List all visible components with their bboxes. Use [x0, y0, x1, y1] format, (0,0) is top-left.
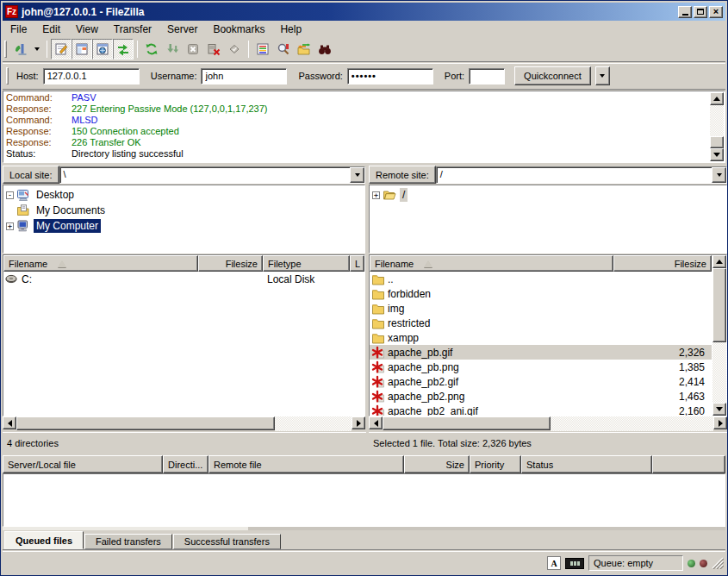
menu-transfer[interactable]: Transfer: [106, 22, 159, 37]
remote-file-row[interactable]: apache_pb2_ani.gif 2,160: [370, 404, 712, 416]
filter-button[interactable]: [252, 39, 273, 59]
toolbar-separator: [137, 41, 138, 58]
arrow-up-icon: [716, 260, 723, 264]
column-header-filesize[interactable]: Filesize: [198, 255, 263, 272]
tree-item-label: My Computer: [34, 219, 101, 233]
status-bar: A Queue: empty: [3, 551, 725, 574]
scroll-right-button[interactable]: [713, 416, 727, 429]
menu-view[interactable]: View: [68, 22, 106, 37]
column-header-size[interactable]: Size: [404, 455, 470, 473]
local-site-dropdown[interactable]: [350, 167, 364, 183]
scroll-thumb[interactable]: [710, 136, 724, 148]
expand-toggle[interactable]: +: [372, 191, 380, 199]
menu-help[interactable]: Help: [272, 22, 309, 37]
scroll-track[interactable]: [712, 342, 726, 403]
toggle-queue-button[interactable]: [113, 39, 134, 59]
expand-toggle[interactable]: +: [6, 222, 14, 230]
file-name: forbidden: [388, 288, 431, 300]
remote-file-row-selected[interactable]: apache_pb.gif 2,326: [370, 345, 712, 360]
scroll-thumb[interactable]: [383, 416, 551, 430]
tree-item-desktop[interactable]: - Desktop: [3, 187, 364, 203]
host-input[interactable]: [43, 68, 140, 85]
column-header-status[interactable]: Status: [521, 455, 652, 473]
column-header-filetype[interactable]: Filetype: [263, 255, 350, 272]
tab-successful-transfers[interactable]: Successful transfers: [173, 534, 281, 549]
arrow-right-icon: [357, 420, 361, 427]
site-manager-dropdown[interactable]: [31, 39, 43, 59]
remote-file-row[interactable]: apache_pb2.png 1,463: [370, 389, 712, 404]
disconnect-button[interactable]: [203, 39, 224, 59]
tree-item-my-documents[interactable]: My Documents: [3, 203, 364, 218]
menu-file[interactable]: File: [3, 22, 34, 37]
scroll-right-button[interactable]: [352, 416, 365, 429]
local-site-value: \: [60, 167, 350, 183]
resize-grip[interactable]: [712, 557, 724, 569]
toolbar-gripper[interactable]: [4, 41, 7, 58]
remote-site-dropdown[interactable]: [712, 167, 726, 183]
tab-queued-files[interactable]: Queued files: [4, 531, 84, 549]
remote-file-row[interactable]: xampp: [370, 330, 712, 345]
scroll-track[interactable]: [275, 416, 352, 431]
directory-comparison-button[interactable]: [273, 39, 294, 59]
maximize-button[interactable]: [694, 6, 707, 18]
refresh-button[interactable]: [141, 39, 162, 59]
close-button[interactable]: ×: [709, 6, 723, 18]
tab-failed-transfers[interactable]: Failed transfers: [84, 534, 172, 549]
find-files-button[interactable]: [314, 39, 335, 59]
toggle-remote-tree-button[interactable]: [92, 39, 113, 59]
quickconnect-button[interactable]: Quickconnect: [514, 66, 591, 85]
queue-list[interactable]: [3, 473, 725, 527]
remote-file-row[interactable]: restricted: [370, 316, 712, 330]
toggle-message-log-button[interactable]: [51, 39, 72, 59]
quickbar-gripper[interactable]: [6, 67, 9, 85]
column-header-server-local-file[interactable]: Server/Local file: [3, 455, 163, 473]
remote-file-row[interactable]: img: [370, 301, 712, 316]
site-manager-button[interactable]: [10, 39, 31, 59]
quickconnect-dropdown[interactable]: [595, 66, 610, 85]
scroll-track[interactable]: [551, 416, 713, 431]
menu-edit[interactable]: Edit: [34, 22, 68, 37]
scroll-track[interactable]: [710, 105, 724, 136]
file-name: apache_pb.gif: [388, 347, 452, 359]
menu-bookmarks[interactable]: Bookmarks: [205, 22, 272, 37]
port-input[interactable]: [469, 68, 505, 85]
minimize-button[interactable]: [678, 6, 692, 18]
synchronized-browsing-button[interactable]: [294, 39, 314, 59]
scroll-down-button[interactable]: [710, 148, 724, 161]
tree-item-my-computer[interactable]: + My Computer: [3, 218, 364, 234]
scroll-up-button[interactable]: [710, 92, 724, 105]
scroll-thumb[interactable]: [16, 416, 275, 430]
remote-site-combo[interactable]: /: [436, 166, 727, 184]
toggle-local-tree-button[interactable]: [72, 39, 92, 59]
file-type: Local Disk: [263, 273, 350, 285]
process-queue-button[interactable]: [162, 39, 183, 59]
local-file-row[interactable]: C: Local Disk: [3, 272, 364, 286]
scroll-left-button[interactable]: [3, 416, 16, 429]
scroll-left-button[interactable]: [369, 416, 383, 429]
collapse-toggle[interactable]: -: [6, 191, 14, 199]
column-header-remote-file[interactable]: Remote file: [208, 455, 404, 473]
column-header-filename[interactable]: Filename: [370, 255, 613, 272]
remote-tree: + /: [369, 185, 727, 254]
local-site-combo[interactable]: \: [59, 166, 365, 184]
remote-file-row[interactable]: ..: [370, 272, 712, 286]
scroll-thumb[interactable]: [712, 268, 726, 342]
tree-item-root[interactable]: + /: [370, 187, 726, 203]
column-header-priority[interactable]: Priority: [470, 455, 521, 473]
remote-file-row[interactable]: forbidden: [370, 286, 712, 301]
file-name: C:: [22, 273, 32, 285]
column-header-last-modified[interactable]: L: [350, 255, 364, 272]
cancel-button[interactable]: [183, 39, 203, 59]
remote-file-row[interactable]: apache_pb2.gif 2,414: [370, 374, 712, 389]
column-header-filesize[interactable]: Filesize: [613, 255, 712, 272]
scroll-up-button[interactable]: [712, 255, 726, 268]
column-header-direction[interactable]: Directi...: [163, 455, 208, 473]
password-input[interactable]: [347, 68, 433, 85]
reconnect-button[interactable]: [224, 39, 245, 59]
column-header-filename[interactable]: Filename: [3, 255, 198, 272]
username-input[interactable]: [201, 68, 287, 85]
scroll-down-button[interactable]: [712, 403, 726, 416]
menu-server[interactable]: Server: [159, 22, 205, 37]
remote-list-hscrollbar: [369, 416, 727, 431]
remote-file-row[interactable]: apache_pb.png 1,385: [370, 360, 712, 374]
